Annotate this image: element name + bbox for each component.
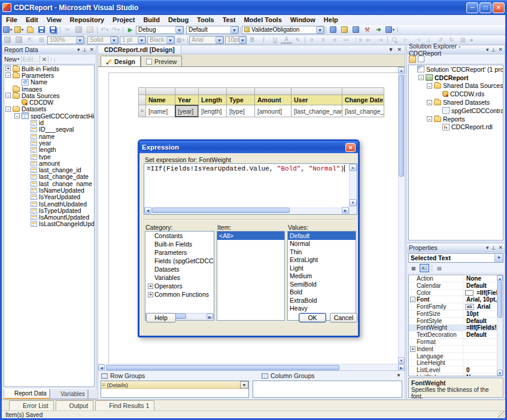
details-group[interactable]: ≡ (Details): [101, 381, 240, 389]
paste-icon[interactable]: [84, 25, 96, 34]
property-expander-icon[interactable]: -: [410, 297, 415, 302]
value-list-entry[interactable]: SemiBold: [288, 280, 356, 288]
property-row[interactable]: Format: [409, 339, 503, 346]
tree-item[interactable]: - Datasets: [4, 106, 94, 112]
menu-item[interactable]: Window: [286, 16, 320, 23]
menu-item[interactable]: Tools: [193, 16, 218, 23]
details-dropdown-icon[interactable]: ▼: [240, 381, 248, 389]
tree-item[interactable]: - spgGetCDCContractHistory: [4, 112, 94, 119]
tree-item[interactable]: last_change_name: [4, 180, 94, 187]
item-list-entry[interactable]: <All>: [217, 232, 284, 240]
expander-icon[interactable]: +: [5, 66, 11, 71]
scroll-down-icon[interactable]: ▼: [349, 199, 357, 206]
property-pages-icon[interactable]: ▤: [435, 264, 444, 272]
new-button[interactable]: New: [4, 56, 17, 63]
table-header-cell[interactable]: User: [291, 95, 342, 105]
panel-menu-icon[interactable]: ▾: [77, 47, 80, 53]
alphabetical-icon[interactable]: A↓: [420, 264, 429, 272]
menu-item[interactable]: Project: [108, 16, 139, 23]
table-header-cell[interactable]: Amount: [254, 95, 292, 105]
highlight-icon[interactable]: ✎: [292, 35, 303, 44]
redo-icon[interactable]: ↷▾: [110, 25, 122, 34]
groups-menu-icon[interactable]: ▼: [396, 373, 401, 378]
table-header-cell[interactable]: Type: [226, 95, 255, 105]
category-item[interactable]: Datasets: [145, 265, 214, 273]
table-cell[interactable]: [type]: [226, 105, 255, 117]
tree-item[interactable]: last_change_id: [4, 166, 94, 173]
property-row[interactable]: FontSize 10pt: [409, 311, 503, 318]
menu-item[interactable]: Edit: [22, 16, 42, 23]
expander-icon[interactable]: -: [427, 116, 432, 121]
property-row[interactable]: Color =IIf(Fields!IsY: [409, 290, 503, 297]
toolbox-icon[interactable]: ⚒: [362, 25, 373, 34]
line-style-combo[interactable]: Solid▼: [87, 36, 119, 44]
add-item-icon[interactable]: ▾: [13, 25, 25, 34]
properties-vscrollbar[interactable]: ▲ ▼: [497, 275, 503, 376]
save-all-icon[interactable]: [47, 25, 59, 34]
table-header-cell[interactable]: Change Date: [342, 95, 384, 105]
line-width-combo[interactable]: 1 pt▼: [120, 36, 146, 44]
scroll-left-icon[interactable]: ◀: [144, 207, 151, 214]
property-row[interactable]: LineHeight: [409, 360, 503, 367]
table-header-cell[interactable]: Length: [198, 95, 227, 105]
find-combo[interactable]: ValidateObligation▼: [242, 26, 324, 34]
minimize-button[interactable]: ─: [466, 2, 478, 13]
value-list-entry[interactable]: Normal: [288, 240, 356, 248]
scroll-up-icon[interactable]: ▲: [497, 275, 503, 281]
snap-lines-icon[interactable]: ⊞: [36, 35, 47, 44]
cut-icon[interactable]: ✂: [62, 25, 73, 34]
bottom-tab[interactable]: Output: [56, 400, 94, 410]
expander-icon[interactable]: -: [427, 100, 432, 105]
show-all-files-icon[interactable]: [418, 56, 424, 62]
category-item[interactable]: Variables: [145, 273, 214, 282]
toolbar-overflow-icon[interactable]: ⁞: [397, 27, 399, 33]
tree-item[interactable]: - Reports: [409, 115, 503, 123]
tree-item[interactable]: - Shared Datasets: [409, 98, 503, 106]
align-left-icon[interactable]: ≡: [306, 35, 318, 44]
value-list-entry[interactable]: ExtraLight: [288, 256, 356, 264]
new-dropdown-icon[interactable]: ▾: [17, 57, 20, 62]
font-size-combo[interactable]: 10pt▼: [225, 36, 247, 44]
document-tab[interactable]: CDCReport.rdl [Design]: [98, 45, 181, 54]
table-header-cell[interactable]: Year: [175, 95, 199, 105]
table-header-cell[interactable]: Name: [145, 95, 175, 105]
resize-grip[interactable]: [498, 411, 505, 418]
layout-icon-1[interactable]: [2, 35, 13, 44]
new-project-icon[interactable]: ▾: [2, 25, 13, 34]
platform-combo[interactable]: Default▼: [186, 26, 239, 34]
tree-item[interactable]: - Parameters: [4, 72, 94, 78]
bullet-list-icon[interactable]: ⋮≡: [352, 35, 363, 44]
pin-icon[interactable]: ⊥: [491, 245, 496, 251]
property-row[interactable]: FontFamily Arial: [409, 303, 503, 311]
tree-item[interactable]: CDCDW.rds: [409, 90, 503, 98]
categorized-icon[interactable]: ▦: [409, 264, 418, 272]
category-item[interactable]: + Operators: [145, 282, 214, 290]
property-row[interactable]: TextDecoration Default: [409, 331, 503, 339]
command-window-icon[interactable]: ▾: [384, 25, 396, 34]
align-right-icon[interactable]: ≡: [329, 35, 341, 44]
align-center-icon[interactable]: ≡: [318, 35, 329, 44]
tree-item[interactable]: IsLastChangeIdUpdated: [4, 221, 94, 227]
dialog-titlebar[interactable]: Expression ✕: [139, 141, 358, 153]
property-row[interactable]: FontStyle Default: [409, 318, 503, 325]
table-cell[interactable]: [amount]: [254, 105, 292, 117]
layout-icon-3[interactable]: ⇱: [25, 35, 36, 44]
category-item[interactable]: + Common Functions: [145, 290, 214, 299]
tree-item[interactable]: IsTypeUpdated: [4, 207, 94, 214]
editor-hscrollbar[interactable]: ◀ ▶: [144, 207, 349, 214]
zoom-in-icon[interactable]: [389, 35, 400, 44]
numbered-list-icon[interactable]: ≔: [341, 35, 352, 44]
tree-item[interactable]: IsLengthUpdated: [4, 200, 94, 207]
tree-item[interactable]: IsNameUpdated: [4, 187, 94, 193]
tree-item[interactable]: name: [4, 133, 94, 139]
tree-item[interactable]: Solution 'CDCReport' (1 project): [409, 65, 503, 74]
undo-icon[interactable]: ↶▾: [99, 25, 110, 34]
find-in-files-icon[interactable]: [327, 25, 339, 34]
tab-design[interactable]: Design: [101, 56, 141, 66]
font-family-combo[interactable]: Arial▼: [189, 36, 224, 44]
value-list-entry[interactable]: Medium: [288, 272, 356, 281]
value-list-entry[interactable]: Heavy: [288, 305, 356, 313]
tree-item[interactable]: ID___seqval: [4, 126, 94, 133]
scroll-down-icon[interactable]: ▼: [497, 370, 503, 376]
tree-item[interactable]: IsYearUpdated: [4, 194, 94, 200]
